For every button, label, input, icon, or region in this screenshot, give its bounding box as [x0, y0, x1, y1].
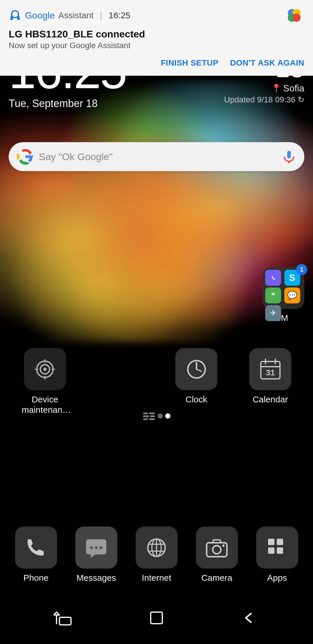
dock-camera[interactable]: Camera [196, 527, 238, 583]
page-dot-1 [158, 413, 163, 419]
notif-time: 16:25 [109, 10, 130, 20]
notif-title: LG HBS1120_BLE connected [9, 28, 304, 40]
clock-icon-img [175, 348, 217, 390]
calendar-app-icon[interactable]: 31 Calendar [249, 348, 291, 415]
svg-point-55 [292, 14, 301, 22]
nav-bar [0, 592, 313, 644]
device-maintenance-icon-img [24, 348, 66, 390]
finish-setup-button[interactable]: FINISH SETUP [161, 57, 219, 69]
weather-updated: Updated 9/18 09:36 ↻ [224, 95, 304, 104]
camera-label: Camera [201, 573, 232, 583]
chat-icon: ❝ [265, 287, 281, 303]
calendar-icon-img: 31 [249, 348, 291, 390]
google-assistant-logo [284, 5, 304, 26]
search-placeholder: Say "Ok Google" [39, 151, 277, 162]
messages-icon-img [75, 527, 117, 569]
svg-rect-27 [150, 415, 155, 417]
internet-icon-img [136, 527, 178, 569]
messages-label: Messages [77, 573, 116, 583]
svg-point-30 [90, 546, 93, 549]
svg-rect-43 [268, 547, 274, 554]
notif-app-name: Google [25, 10, 55, 21]
device-maintenance-icon[interactable]: Devicemaintenan… [22, 348, 68, 415]
svg-point-31 [95, 546, 98, 549]
svg-rect-41 [268, 539, 274, 545]
svg-rect-28 [143, 418, 148, 420]
weather-location: 📍 Sofia [224, 83, 304, 94]
apps-icon-img [256, 527, 298, 569]
svg-rect-44 [277, 547, 283, 554]
svg-point-40 [222, 544, 225, 547]
viber-icon [265, 270, 281, 286]
svg-rect-24 [143, 413, 148, 414]
dock-messages[interactable]: Messages [75, 527, 117, 583]
svg-rect-45 [59, 617, 71, 625]
svg-line-18 [196, 369, 201, 371]
im-folder[interactable]: 1 S ❝ 💬 ✈ IM [262, 267, 304, 323]
svg-rect-29 [149, 418, 155, 420]
apps-label: Apps [267, 573, 287, 583]
svg-point-39 [213, 546, 221, 554]
internet-label: Internet [142, 573, 171, 583]
telegram-icon: ✈ [265, 305, 281, 321]
notification-panel: Google Assistant | 16:25 LG HBS1120_BLE … [0, 0, 313, 76]
folder-grid: 1 S ❝ 💬 ✈ [262, 267, 304, 309]
svg-text:31: 31 [266, 368, 275, 377]
clock-app-icon[interactable]: Clock [175, 348, 217, 415]
notif-subtitle: Now set up your Google Assistant [9, 41, 304, 50]
svg-rect-26 [143, 415, 149, 417]
clock-date: Tue, September 18 [9, 97, 126, 110]
messenger-icon: 💬 [284, 287, 300, 303]
phone-icon-img [15, 527, 57, 569]
svg-point-32 [99, 546, 102, 549]
headphone-icon [9, 9, 21, 22]
notif-assistant: Assistant [58, 10, 94, 20]
google-logo [17, 148, 34, 165]
dock-internet[interactable]: Internet [136, 527, 178, 583]
page-dot-2 [165, 413, 170, 419]
back-button[interactable] [238, 606, 261, 629]
svg-rect-42 [277, 539, 283, 545]
svg-rect-25 [149, 413, 155, 414]
recents-button[interactable] [52, 606, 75, 629]
home-icons-row: Devicemaintenan… Clock 31 Calendar [0, 348, 313, 415]
home-button[interactable] [145, 606, 168, 629]
notif-divider: | [100, 10, 102, 20]
clock-app-label: Clock [185, 394, 207, 405]
phone-label: Phone [23, 573, 49, 583]
dock: Phone Messages Internet [0, 518, 313, 592]
dock-phone[interactable]: Phone [15, 527, 57, 583]
svg-point-11 [43, 368, 47, 371]
microphone-icon[interactable] [282, 149, 296, 164]
search-bar[interactable]: Say "Ok Google" [9, 142, 304, 171]
apps-grid-icon [143, 412, 155, 420]
dock-apps[interactable]: Apps [256, 527, 298, 583]
svg-point-47 [12, 11, 19, 18]
page-indicator [0, 412, 313, 420]
dont-ask-again-button[interactable]: DON'T ASK AGAIN [230, 57, 304, 69]
calendar-app-label: Calendar [253, 394, 288, 405]
camera-icon-img [196, 527, 238, 569]
notification-badge: 1 [296, 264, 307, 275]
svg-rect-46 [151, 612, 162, 624]
